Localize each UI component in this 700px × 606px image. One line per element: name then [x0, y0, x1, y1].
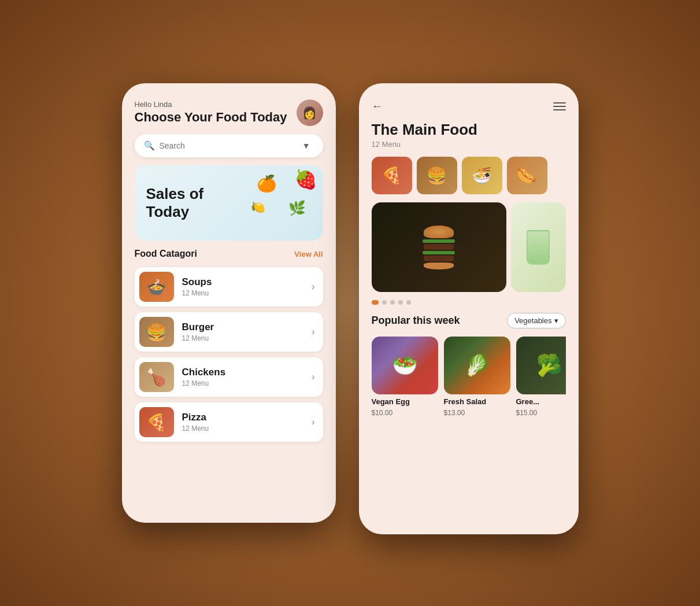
chevron-right-icon: › [312, 372, 314, 382]
banner-text: Sales of Today [146, 185, 204, 221]
fresh-salad-price: $13.00 [444, 409, 510, 417]
dot-1[interactable] [372, 300, 379, 305]
food-category-title: Food Catagori [135, 249, 197, 259]
page-title-block: The Main Food 12 Menu [372, 121, 566, 149]
search-dropdown-button[interactable]: ▼ [299, 140, 314, 152]
chickens-image: 🍗 [139, 362, 174, 392]
phone-screen-1: Hello Linda Choose Your Food Today 👩 🔍 ▼… [122, 83, 336, 523]
chevron-right-icon: › [312, 327, 314, 337]
burger-image: 🍔 [139, 317, 174, 347]
top-navigation: ← [372, 99, 566, 113]
thumbnail-burger[interactable]: 🍔 [417, 157, 457, 194]
sales-banner: Sales of Today 🍓 🍊 🌿 🍋 [135, 165, 323, 241]
vegan-egg-price: $10.00 [372, 409, 438, 417]
dot-4[interactable] [398, 300, 403, 305]
bun-bottom [424, 263, 454, 269]
back-button[interactable]: ← [372, 99, 383, 113]
menu-line-3 [553, 109, 566, 110]
pizza-info: Pizza 12 Menu [182, 412, 304, 433]
list-item[interactable]: 🍲 Soups 12 Menu › [135, 267, 323, 306]
phone1-title: Choose Your Food Today [135, 110, 287, 125]
patty-1 [424, 244, 454, 250]
phone1-header: Hello Linda Choose Your Food Today 👩 [135, 99, 323, 126]
phone1-greeting-block: Hello Linda Choose Your Food Today [135, 100, 287, 125]
chevron-down-icon: ▾ [554, 316, 558, 325]
menu-button[interactable] [553, 102, 566, 110]
menu-line-2 [553, 106, 566, 107]
filter-label: Vegetables [514, 316, 551, 325]
soups-name: Soups [182, 276, 304, 288]
food-category-header: Food Catagori View All [135, 249, 323, 259]
category-list: 🍲 Soups 12 Menu › 🍔 Burger 12 Menu › 🍗 C… [135, 267, 323, 442]
green-image: 🥦 [516, 337, 566, 394]
burger-menu-count: 12 Menu [182, 334, 304, 342]
soups-image: 🍲 [139, 272, 174, 302]
chickens-menu-count: 12 Menu [182, 379, 304, 387]
popular-card-green[interactable]: 🥦 Gree... $15.00 [516, 337, 566, 417]
soups-info: Soups 12 Menu [182, 276, 304, 297]
pizza-image: 🍕 [139, 407, 174, 437]
thumbnail-pizza[interactable]: 🍕 [372, 157, 412, 194]
soups-menu-count: 12 Menu [182, 289, 304, 297]
pizza-menu-count: 12 Menu [182, 424, 304, 433]
thumbnail-hotdog[interactable]: 🌭 [507, 157, 547, 194]
search-bar[interactable]: 🔍 ▼ [135, 134, 323, 157]
list-item[interactable]: 🍕 Pizza 12 Menu › [135, 402, 323, 442]
thumbnail-row: 🍕 🍔 🍜 🌭 [372, 157, 566, 194]
search-input[interactable] [160, 141, 294, 150]
main-image-small [511, 202, 566, 292]
popular-header: Popular this week Vegetables ▾ [372, 313, 566, 328]
burger-illustration [423, 226, 455, 269]
dot-3[interactable] [390, 300, 395, 305]
chickens-name: Chickens [182, 367, 304, 378]
list-item[interactable]: 🍗 Chickens 12 Menu › [135, 357, 323, 397]
burger-info: Burger 12 Menu [182, 322, 304, 342]
menu-line-1 [553, 102, 566, 104]
filter-dropdown[interactable]: Vegetables ▾ [507, 313, 565, 328]
chevron-right-icon: › [312, 417, 314, 427]
list-item[interactable]: 🍔 Burger 12 Menu › [135, 312, 323, 352]
lettuce-2 [423, 251, 455, 254]
popular-grid: 🥗 Vegan Egg $10.00 🥬 Fresh Salad $13.00 … [372, 337, 566, 417]
chickens-info: Chickens 12 Menu [182, 367, 304, 387]
popular-title: Popular this week [372, 315, 460, 327]
dot-2[interactable] [382, 300, 387, 305]
drink-illustration [527, 230, 550, 265]
popular-card-fresh-salad[interactable]: 🥬 Fresh Salad $13.00 [444, 337, 510, 417]
banner-decoration: 🍓 🍊 🌿 🍋 [219, 165, 323, 241]
glass [527, 230, 550, 265]
vegan-egg-name: Vegan Egg [372, 397, 438, 406]
fresh-salad-name: Fresh Salad [444, 397, 510, 406]
greeting-text: Hello Linda [135, 100, 287, 109]
pizza-name: Pizza [182, 412, 304, 423]
bun-top [424, 226, 454, 238]
dot-indicators [372, 300, 566, 305]
green-price: $15.00 [516, 409, 566, 417]
vegan-egg-image: 🥗 [372, 337, 438, 394]
thumbnail-noodles[interactable]: 🍜 [462, 157, 502, 194]
fresh-salad-image: 🥬 [444, 337, 510, 394]
phone-screen-2: ← The Main Food 12 Menu 🍕 🍔 🍜 🌭 [359, 83, 579, 534]
search-icon: 🔍 [144, 141, 155, 151]
main-image-large [372, 202, 506, 292]
lettuce [423, 239, 455, 243]
main-image-area [372, 202, 566, 292]
burger-name: Burger [182, 322, 304, 333]
view-all-button[interactable]: View All [294, 250, 323, 258]
dot-5[interactable] [406, 300, 411, 305]
green-name: Gree... [516, 397, 566, 406]
chevron-right-icon: › [312, 282, 314, 292]
avatar[interactable]: 👩 [297, 99, 323, 126]
page-title: The Main Food [372, 121, 566, 139]
popular-card-vegan-egg[interactable]: 🥗 Vegan Egg $10.00 [372, 337, 438, 417]
page-subtitle: 12 Menu [372, 140, 566, 149]
patty-2 [424, 256, 454, 261]
